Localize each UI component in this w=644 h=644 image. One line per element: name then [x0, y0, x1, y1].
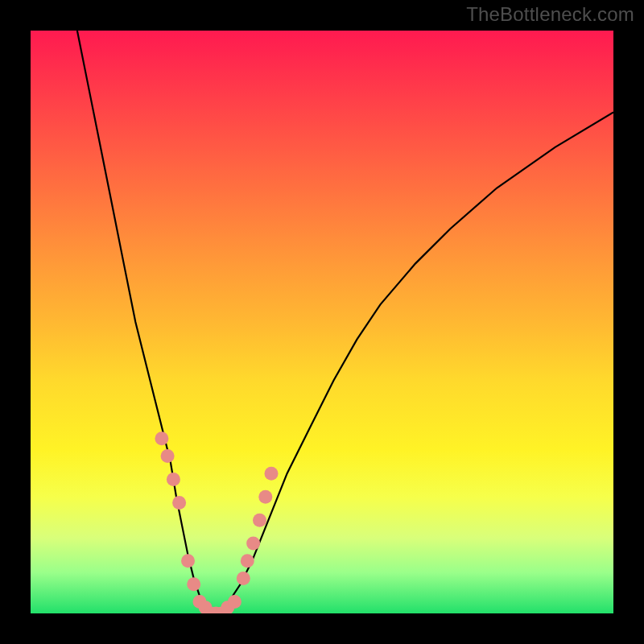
curve-svg [31, 31, 613, 613]
marker-dot [167, 473, 180, 486]
marker-dot [228, 595, 242, 609]
marker-dot [241, 554, 254, 568]
plot-area [31, 31, 613, 613]
marker-dot [155, 431, 168, 445]
marker-dot [187, 577, 200, 591]
chart-frame: TheBottleneck.com [0, 0, 644, 644]
marker-dot [246, 537, 260, 551]
marker-dot [253, 514, 266, 527]
marker-dot [265, 467, 279, 481]
marker-dot [181, 554, 195, 568]
marker-dot [258, 490, 272, 504]
marker-dot [172, 496, 186, 510]
bottleneck-curve [77, 31, 613, 613]
marker-dot [161, 449, 175, 463]
marker-group [155, 431, 278, 613]
marker-dot [237, 572, 250, 585]
watermark-text: TheBottleneck.com [466, 3, 634, 26]
